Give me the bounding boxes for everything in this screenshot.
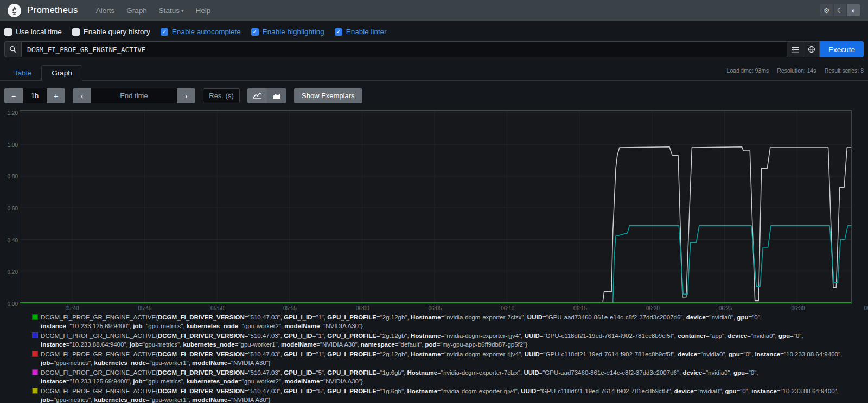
x-axis-label: 06:30 — [789, 305, 807, 311]
tab-table[interactable]: Table — [4, 66, 41, 80]
y-axis-label: 0.40 — [2, 238, 18, 244]
query-input[interactable] — [22, 41, 787, 57]
chart-type-group — [247, 88, 286, 103]
prometheus-logo-icon — [8, 4, 21, 17]
x-axis-label: 06:05 — [426, 305, 444, 311]
option-label: Enable query history — [84, 28, 150, 36]
option-enable-linter[interactable]: ✓Enable linter — [335, 28, 387, 36]
tab-graph[interactable]: Graph — [41, 65, 82, 81]
end-time-input[interactable] — [91, 88, 177, 103]
resolution-input[interactable] — [203, 88, 240, 103]
y-axis-label: 1.00 — [2, 142, 18, 148]
checkbox-checked-icon[interactable]: ✓ — [161, 28, 168, 36]
range-decrease-button[interactable]: − — [4, 88, 23, 103]
x-axis: 05:4005:4505:5005:5506:0006:0506:1006:15… — [20, 305, 851, 313]
dark-mode-moon-icon[interactable]: ☾ — [833, 4, 847, 17]
settings-gear-icon[interactable]: ⚙ — [820, 4, 833, 17]
search-icon[interactable] — [4, 41, 22, 57]
nav-item-help[interactable]: Help — [190, 2, 217, 19]
x-axis-label: 06:15 — [571, 305, 590, 311]
execute-button[interactable]: Execute — [820, 41, 864, 57]
graph-legend: DCGM_FI_PROF_GR_ENGINE_ACTIVE{DCGM_FI_DR… — [33, 314, 850, 403]
option-label: Enable highlighting — [263, 28, 324, 36]
prometheus-brand[interactable]: Prometheus — [8, 4, 78, 17]
chevron-down-icon: ▾ — [181, 8, 184, 14]
y-axis-label: 0.00 — [2, 301, 18, 307]
nav-item-graph[interactable]: Graph — [120, 2, 153, 19]
time-back-button[interactable]: ‹ — [73, 88, 91, 103]
x-axis-label: 06:10 — [499, 305, 517, 311]
legend-swatch — [33, 370, 37, 375]
resolution: Resolution: 14s — [777, 67, 816, 74]
y-axis-label: 0.20 — [2, 269, 18, 275]
checkbox-checked-icon[interactable]: ✓ — [251, 28, 259, 36]
chart-wrap: 0.000.200.400.600.801.001.20 05:4005:450… — [20, 110, 864, 304]
option-enable-query-history[interactable]: Enable query history — [72, 28, 150, 36]
legend-swatch — [33, 315, 37, 319]
nav-item-alerts[interactable]: Alerts — [90, 2, 121, 19]
range-group: − + — [4, 88, 65, 103]
graph-canvas[interactable] — [20, 111, 851, 304]
nav-item-status[interactable]: Status▾ — [153, 2, 190, 19]
x-axis-label: 06:20 — [643, 305, 662, 311]
legend-swatch — [33, 333, 37, 338]
x-axis-label: 06:35 — [861, 305, 868, 311]
time-forward-button[interactable]: › — [177, 88, 195, 103]
legend-item[interactable]: DCGM_FI_PROF_GR_ENGINE_ACTIVE{DCGM_FI_DR… — [33, 369, 850, 386]
graph-controls: − + ‹ › Show Exemplars — [4, 88, 864, 103]
range-input[interactable] — [23, 88, 47, 103]
navbar: Prometheus AlertsGraphStatus▾Help ⚙☾◐ — [0, 0, 868, 21]
range-increase-button[interactable]: + — [47, 88, 65, 103]
brand-title: Prometheus — [27, 5, 78, 16]
y-axis-label: 0.60 — [2, 206, 18, 212]
legend-item[interactable]: DCGM_FI_PROF_GR_ENGINE_ACTIVE{DCGM_FI_DR… — [33, 332, 850, 349]
option-enable-highlighting[interactable]: ✓Enable highlighting — [251, 28, 324, 36]
legend-item[interactable]: DCGM_FI_PROF_GR_ENGINE_ACTIVE{DCGM_FI_DR… — [33, 387, 850, 403]
query-stats: Load time: 93ms Resolution: 14s Result s… — [727, 65, 864, 74]
legend-swatch — [33, 388, 37, 393]
metrics-explorer-globe-icon[interactable] — [803, 41, 820, 57]
option-label: Use local time — [16, 28, 62, 36]
tabs-row: Table Graph Load time: 93ms Resolution: … — [0, 65, 868, 81]
show-exemplars-button[interactable]: Show Exemplars — [294, 88, 362, 103]
query-bar: Execute — [4, 41, 864, 57]
checkbox-checked-icon[interactable]: ✓ — [335, 28, 342, 36]
x-axis-label: 06:00 — [353, 305, 372, 311]
legend-swatch — [33, 351, 37, 356]
nav-links: AlertsGraphStatus▾Help — [90, 2, 217, 19]
y-axis-label: 1.20 — [2, 110, 18, 116]
option-enable-autocomplete[interactable]: ✓Enable autocomplete — [161, 28, 241, 36]
x-axis-label: 05:55 — [280, 305, 299, 311]
option-label: Enable linter — [346, 28, 387, 36]
stacked-chart-icon[interactable] — [267, 88, 286, 103]
options-row: Use local timeEnable query history✓Enabl… — [0, 21, 868, 41]
option-label: Enable autocomplete — [172, 28, 241, 36]
y-axis-label: 0.80 — [2, 174, 18, 180]
x-axis-label: 05:50 — [208, 305, 227, 311]
option-use-local-time[interactable]: Use local time — [4, 28, 62, 36]
graph-panel: − + ‹ › Show Exemplars 0.000.200.400.600… — [0, 81, 868, 403]
checkbox-icon[interactable] — [4, 28, 12, 36]
line-chart-icon[interactable] — [247, 88, 267, 103]
checkbox-icon[interactable] — [72, 28, 80, 36]
x-axis-label: 05:45 — [136, 305, 154, 311]
x-axis-label: 06:25 — [716, 305, 735, 311]
x-axis-label: 05:40 — [63, 305, 81, 311]
load-time: Load time: 93ms — [727, 67, 769, 74]
theme-button-group: ⚙☾◐ — [820, 4, 860, 17]
endtime-group: ‹ › — [73, 88, 195, 103]
legend-item[interactable]: DCGM_FI_PROF_GR_ENGINE_ACTIVE{DCGM_FI_DR… — [33, 314, 850, 330]
legend-item[interactable]: DCGM_FI_PROF_GR_ENGINE_ACTIVE{DCGM_FI_DR… — [33, 350, 850, 367]
tree-view-icon[interactable] — [787, 41, 803, 57]
chart-area[interactable]: 0.000.200.400.600.801.001.20 05:4005:450… — [20, 110, 852, 304]
auto-theme-contrast-icon[interactable]: ◐ — [847, 4, 860, 17]
result-series: Result series: 8 — [825, 67, 864, 74]
